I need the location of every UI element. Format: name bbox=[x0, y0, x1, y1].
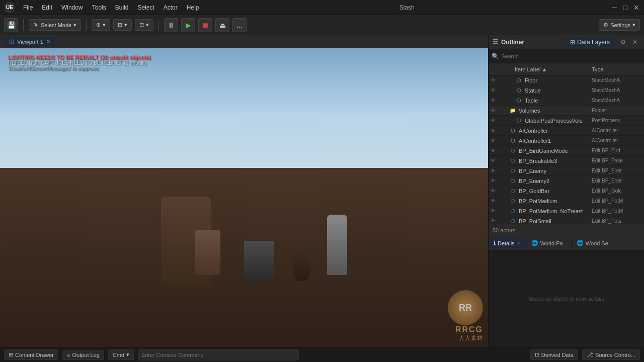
outliner-settings-icon[interactable]: ⚙ bbox=[618, 37, 628, 47]
toolbar: 💾 🖱 Select Mode ▾ ⊕ ▾ ⊞ ▾ ⊟ ▾ ⏸ ▶ ⏹ ⏏ ..… bbox=[0, 15, 644, 35]
viewport-tab-close[interactable]: ✕ bbox=[46, 39, 50, 44]
select-mode-chevron: ▾ bbox=[73, 22, 76, 28]
pause-button[interactable]: ⏸ bbox=[164, 18, 178, 32]
viewport-tab[interactable]: ◫ Viewport 1 ✕ bbox=[4, 37, 55, 46]
toolbar-sep3 bbox=[158, 19, 159, 31]
menu-edit[interactable]: Edit bbox=[38, 3, 56, 13]
transform-chevron: ▾ bbox=[103, 22, 106, 28]
outliner-item[interactable]: 👁📁VolumesFolder bbox=[489, 106, 644, 116]
outliner-item[interactable]: 👁⬡BP_BirdGameModeEdit BP_Bird bbox=[489, 146, 644, 156]
menu-window[interactable]: Window bbox=[57, 3, 87, 13]
type-col-header[interactable]: Type bbox=[592, 66, 642, 72]
outliner-item[interactable]: 👁⬡FloorStaticMeshA bbox=[489, 75, 644, 85]
menu-help[interactable]: Help bbox=[183, 3, 203, 13]
statusbar-right: ⊡ Derived Data ⎇ Source Contro... bbox=[530, 349, 640, 360]
derived-data-button[interactable]: ⊡ Derived Data bbox=[530, 349, 578, 360]
save-button[interactable]: 💾 bbox=[4, 18, 18, 32]
outliner-item[interactable]: 👁⬡GlobalPostProcessVoluPostProcess bbox=[489, 116, 644, 126]
outliner-actions: ⚙ ✕ bbox=[618, 37, 640, 47]
details-tab-close[interactable]: ✕ bbox=[517, 241, 521, 246]
outliner-item[interactable]: 👁⬡BP_PotMedium_NoTreastEdit BP_PotM bbox=[489, 206, 644, 216]
statusbar: ⊞ Content Drawer ≡ Output Log Cmd ▾ ⊡ De… bbox=[0, 347, 644, 362]
menu-build[interactable]: Build bbox=[111, 3, 133, 13]
outliner-search-bar[interactable]: 🔍 bbox=[489, 49, 644, 63]
outliner-item[interactable]: 👁⬡BP_EnemyEdit BP_Ener bbox=[489, 166, 644, 176]
item-name-label: Floor bbox=[525, 77, 592, 83]
titlebar-left: UE File Edit Window Tools Build Select A… bbox=[4, 2, 203, 13]
visibility-icon: 👁 bbox=[491, 218, 503, 224]
outliner-item[interactable]: 👁⬡BP_Enemy2Edit BP_Ener bbox=[489, 176, 644, 186]
world-partition-label: World Pa_ bbox=[540, 240, 566, 246]
grid-icon: ⊟ bbox=[139, 22, 144, 28]
visibility-icon: 👁 bbox=[491, 198, 503, 204]
watermark-brand: RRCG bbox=[448, 325, 483, 334]
world-settings-tab[interactable]: 🌐 World Se... bbox=[572, 238, 618, 248]
outliner-item[interactable]: 👁⬡TableStaticMeshA bbox=[489, 96, 644, 106]
more-options-button[interactable]: ... bbox=[232, 18, 247, 32]
output-log-button[interactable]: ≡ Output Log bbox=[62, 350, 104, 360]
item-type-label: Edit BP_Base bbox=[592, 158, 642, 163]
item-type-icon: ⬡ bbox=[509, 167, 517, 175]
outliner-item[interactable]: 👁⬡BP_PotSmallEdit BP_Pots bbox=[489, 216, 644, 224]
item-name-label: GlobalPostProcessVolu bbox=[525, 118, 592, 124]
grid-button[interactable]: ⊟ ▾ bbox=[135, 19, 153, 31]
outliner-item[interactable]: 👁⬡BP_GoldBarEdit BP_Golc bbox=[489, 186, 644, 196]
cursor-icon: 🖱 bbox=[33, 22, 39, 28]
close-button[interactable]: ✕ bbox=[633, 4, 640, 11]
visibility-icon: 👁 bbox=[491, 118, 503, 123]
menu-file[interactable]: File bbox=[19, 3, 37, 13]
cmd-button[interactable]: Cmd ▾ bbox=[108, 349, 134, 360]
transform-button[interactable]: ⊕ ▾ bbox=[92, 19, 110, 31]
content-drawer-button[interactable]: ⊞ Content Drawer bbox=[4, 349, 58, 360]
menu-actor[interactable]: Actor bbox=[159, 3, 182, 13]
outliner-item[interactable]: 👁⬡StatueStaticMeshA bbox=[489, 85, 644, 96]
console-input[interactable] bbox=[138, 349, 299, 360]
stop-button[interactable]: ⏹ bbox=[198, 18, 212, 32]
item-name-label: Table bbox=[525, 98, 592, 104]
content-drawer-label: Content Drawer bbox=[15, 352, 54, 358]
item-type-icon: ⬡ bbox=[509, 207, 517, 215]
item-type-label: StaticMeshA bbox=[592, 98, 642, 103]
outliner-item[interactable]: 👁⬡BP_Breakable3Edit BP_Base bbox=[489, 156, 644, 166]
item-name-label: BP_Enemy2 bbox=[519, 178, 592, 184]
menu-tools[interactable]: Tools bbox=[88, 3, 110, 13]
visibility-icon: 👁 bbox=[491, 108, 503, 113]
outliner-item[interactable]: 👁⬡AIControllerAIController bbox=[489, 126, 644, 136]
pedestal-model bbox=[244, 241, 274, 281]
item-label-col-header[interactable]: Item Label ▲ bbox=[503, 66, 592, 72]
settings-container: ⚙ Settings ▾ bbox=[599, 19, 640, 31]
play-button[interactable]: ▶ bbox=[181, 18, 195, 32]
viewport-content[interactable]: LIGHTING NEEDS TO BE REBUILT (10 unbuilt… bbox=[0, 48, 488, 347]
eject-button[interactable]: ⏏ bbox=[215, 18, 229, 32]
item-label-text: Item Label bbox=[515, 66, 540, 72]
outliner-item[interactable]: 👁⬡AIController1AIController bbox=[489, 136, 644, 146]
item-type-icon: ⬡ bbox=[509, 197, 517, 205]
maximize-button[interactable]: □ bbox=[622, 4, 629, 11]
output-log-label: Output Log bbox=[72, 352, 99, 358]
outliner-footer: 50 actors bbox=[489, 224, 644, 236]
source-control-label: Source Contro... bbox=[595, 352, 635, 358]
select-mode-button[interactable]: 🖱 Select Mode ▾ bbox=[29, 19, 81, 31]
outliner-close-button[interactable]: ✕ bbox=[630, 37, 640, 47]
details-tab[interactable]: ℹ Details ✕ bbox=[489, 238, 526, 248]
minimize-button[interactable]: ─ bbox=[611, 4, 618, 11]
menu-select[interactable]: Select bbox=[133, 3, 158, 13]
item-type-icon: ⬡ bbox=[509, 147, 517, 155]
settings-chevron: ▾ bbox=[632, 22, 635, 28]
source-control-icon: ⎇ bbox=[587, 351, 593, 358]
visibility-icon: 👁 bbox=[491, 138, 503, 143]
item-name-label: BP_PotMedium_NoTreast bbox=[519, 208, 592, 214]
item-name-label: BP_PotMedium bbox=[519, 198, 592, 204]
visibility-icon: 👁 bbox=[491, 128, 503, 133]
snap-chevron: ▾ bbox=[124, 22, 127, 28]
titlebar-window-controls: ─ □ ✕ bbox=[611, 4, 640, 11]
settings-label: Settings bbox=[610, 22, 630, 28]
data-layers-tab[interactable]: ⊞ Data Layers bbox=[566, 38, 614, 47]
item-name-label: BP_PotSmall bbox=[519, 218, 592, 224]
settings-button[interactable]: ⚙ Settings ▾ bbox=[599, 19, 640, 31]
outliner-search-input[interactable] bbox=[501, 53, 641, 59]
outliner-item[interactable]: 👁⬡BP_PotMediumEdit BP_PotM bbox=[489, 196, 644, 206]
snap-button[interactable]: ⊞ ▾ bbox=[113, 19, 132, 31]
source-control-button[interactable]: ⎇ Source Contro... bbox=[582, 349, 640, 360]
world-partition-tab[interactable]: 🌐 World Pa_ bbox=[526, 238, 572, 248]
